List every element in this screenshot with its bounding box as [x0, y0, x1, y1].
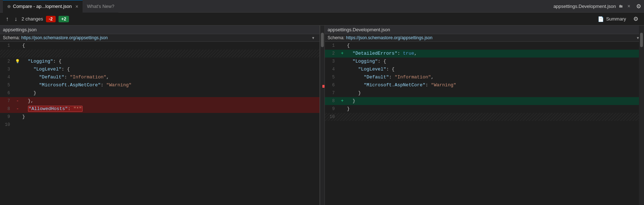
left-line-9: 9 } — [0, 113, 319, 121]
toolbar: ↑ ↓ 2 changes -2 +2 📄 Summary ⚙ — [0, 13, 644, 26]
left-line-5: 5 "Microsoft.AspNetCore": "Warning" — [0, 81, 319, 89]
lightbulb-icon[interactable]: 💡 — [14, 58, 21, 65]
added-badge: +2 — [59, 16, 69, 22]
right-line-hatch: 10 — [325, 113, 644, 121]
summary-doc-icon: 📄 — [598, 16, 604, 22]
right-panel: appsettings.Development.json Schema: htt… — [325, 26, 644, 205]
center-scrollbar-thumb[interactable] — [321, 33, 324, 47]
right-line-4: 4 "LogLevel": { — [325, 65, 644, 73]
right-panel-header: appsettings.Development.json — [325, 26, 644, 34]
right-line-2: 2 + "DetailedErrors": true, — [325, 50, 644, 58]
right-line-9: 9 } — [325, 105, 644, 113]
right-pin-icon[interactable]: 🖿 — [619, 4, 623, 9]
left-panel-header: appsettings.json — [0, 26, 319, 34]
title-right: appsettings.Development.json 🖿 × ⚙ — [554, 3, 641, 10]
left-line-1: 1 { — [0, 42, 319, 50]
left-code-area: 1 { 2 💡 "Logging": { 3 "LogLevel": — [0, 42, 319, 205]
left-line-hatch — [0, 50, 319, 58]
right-schema-url[interactable]: https://json.schemastore.org/appsettings… — [346, 35, 433, 40]
right-close-icon[interactable]: × — [627, 3, 630, 9]
tab-compare-close[interactable]: × — [75, 4, 78, 9]
tab-compare[interactable]: ⊕ Compare - ap...lopment.json × — [3, 0, 83, 13]
right-line-5: 5 "Default": "Information", — [325, 73, 644, 81]
title-bar: ⊕ Compare - ap...lopment.json × What's N… — [0, 0, 644, 13]
tab-compare-label: Compare - ap...lopment.json — [13, 4, 72, 9]
tab-whats-new-label: What's New? — [87, 4, 114, 9]
deleted-badge: -2 — [46, 16, 56, 22]
left-line-2: 2 💡 "Logging": { — [0, 58, 319, 65]
left-schema-dropdown-icon[interactable]: ▼ — [312, 36, 315, 40]
right-scrollbar-thumb[interactable] — [640, 33, 643, 47]
right-schema-label: Schema: — [328, 35, 345, 40]
right-line-6: 6 "Microsoft.AspNetCore": "Warning" — [325, 81, 644, 89]
left-panel: appsettings.json Schema: https://json.sc… — [0, 26, 320, 205]
left-line-4: 4 "Default": "Information", — [0, 73, 319, 81]
changes-count: 2 changes — [22, 16, 43, 22]
prev-change-button[interactable]: ↑ — [4, 15, 10, 23]
left-line-3: 3 "LogLevel": { — [0, 65, 319, 73]
left-line-8: 8 - "AllowedHosts": "*" — [0, 105, 319, 113]
next-change-button[interactable]: ↓ — [13, 15, 19, 23]
summary-label: Summary — [606, 16, 626, 22]
right-filename: appsettings.Development.json — [554, 4, 616, 9]
right-scrollbar[interactable] — [639, 26, 644, 205]
right-line-1: 1 { — [325, 42, 644, 50]
center-scrollbar[interactable] — [320, 26, 325, 205]
settings-icon[interactable]: ⚙ — [636, 3, 641, 10]
diff-container: appsettings.json Schema: https://json.sc… — [0, 26, 644, 205]
summary-button[interactable]: 📄 Summary — [595, 15, 629, 23]
left-line-6: 6 } — [0, 89, 319, 97]
left-line-10: 10 — [0, 121, 319, 129]
left-schema-url[interactable]: https://json.schemastore.org/appsettings… — [21, 35, 108, 40]
right-line-3: 3 "Logging": { — [325, 58, 644, 65]
diff-marker — [322, 85, 325, 88]
right-line-8: 8 + } — [325, 97, 644, 105]
tab-pin-icon[interactable]: ⊕ — [7, 4, 11, 9]
tab-whats-new[interactable]: What's New? — [83, 0, 118, 13]
right-code-area: 1 { 2 + "DetailedErrors": true, 3 "Loggi… — [325, 42, 644, 205]
right-line-7: 7 } — [325, 89, 644, 97]
left-schema-bar: Schema: https://json.schemastore.org/app… — [0, 34, 319, 42]
right-schema-bar: Schema: https://json.schemastore.org/app… — [325, 34, 644, 42]
toolbar-gear-button[interactable]: ⚙ — [632, 14, 640, 24]
left-line-7: 7 - }, — [0, 97, 319, 105]
left-schema-label: Schema: — [3, 35, 20, 40]
